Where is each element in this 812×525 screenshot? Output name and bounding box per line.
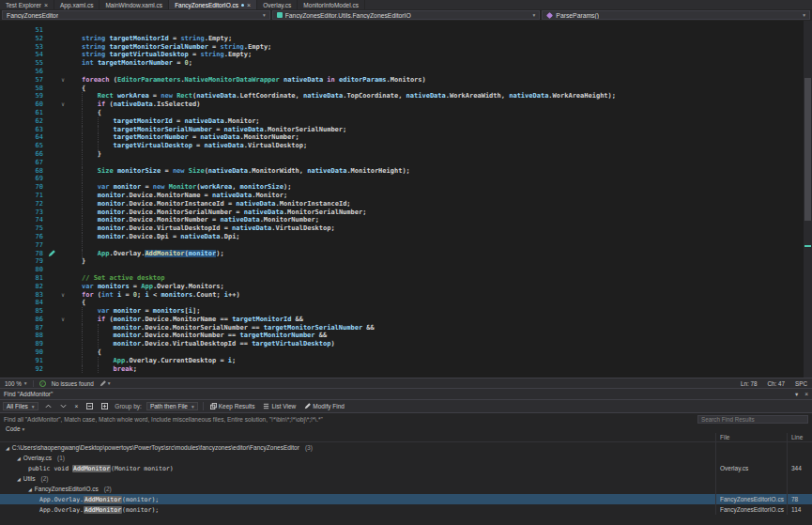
code-line[interactable]: 92break; xyxy=(0,365,812,374)
code-token: { xyxy=(82,85,85,92)
expand-triangle-icon[interactable]: ◢ xyxy=(17,476,21,482)
space-mode-indicator[interactable]: SPC xyxy=(795,380,807,387)
expand-triangle-icon[interactable]: ◢ xyxy=(28,486,32,492)
code-line[interactable]: 64targetMonitorNumber = nativeData.Monit… xyxy=(0,133,812,142)
tab-mainwindow-xaml-cs[interactable]: MainWindow.xaml.cs xyxy=(100,0,169,9)
code-token: .WorkAreaHeight); xyxy=(548,92,616,100)
scope-dropdown[interactable]: All Files ▾ xyxy=(3,402,38,410)
type-dropdown[interactable]: FancyZonesEditor.Utils.FancyZonesEditorI… xyxy=(272,10,541,20)
line-indicator[interactable]: Ln: 78 xyxy=(741,380,758,387)
code-line[interactable]: 59Rect workArea = new Rect(nativeData.Le… xyxy=(0,92,812,100)
member-dropdown[interactable]: ParseParams() ▾ xyxy=(542,10,810,20)
code-line[interactable]: 91App.Overlay.CurrentDesktop = i; xyxy=(0,357,812,365)
fold-chevron-icon[interactable]: ∨ xyxy=(57,291,69,300)
code-line[interactable]: 65targetVirtualDesktop = nativeData.Virt… xyxy=(0,142,812,150)
zoom-control[interactable]: 100 % ▾ xyxy=(5,380,27,387)
tab-fancyzoneseditorio-cs[interactable]: FancyZonesEditorIO.cs× xyxy=(169,0,257,9)
editor-vertical-scrollbar[interactable] xyxy=(804,21,812,378)
next-result-button[interactable] xyxy=(58,403,69,409)
code-line[interactable]: 57∨foreach (EditorParameters.NativeMonit… xyxy=(0,76,812,85)
group-by-dropdown[interactable]: Path then File ▾ xyxy=(146,402,198,410)
find-result-row[interactable]: public void AddMonitor(Monitor monitor)O… xyxy=(0,463,812,473)
code-line[interactable]: 79} xyxy=(0,257,812,266)
find-result-group-row[interactable]: ◢C:\Users\shaopengwang\Desktop\powertoys… xyxy=(0,442,812,453)
code-line[interactable]: 69 xyxy=(0,175,812,183)
code-line[interactable]: 70var monitor = new Monitor(workArea, mo… xyxy=(0,183,812,192)
expand-triangle-icon[interactable]: ◢ xyxy=(6,445,9,451)
collapse-all-button[interactable] xyxy=(84,403,95,409)
fold-column xyxy=(57,348,69,357)
file-column-header[interactable]: File xyxy=(715,433,787,441)
code-line[interactable]: 84{ xyxy=(0,299,812,307)
project-dropdown[interactable]: FancyZonesEditor ▾ xyxy=(2,10,270,20)
code-line[interactable]: 72monitor.Device.MonitorInstanceId = nat… xyxy=(0,200,812,208)
expand-triangle-icon[interactable]: ◢ xyxy=(17,456,21,461)
tab-app-xaml-cs[interactable]: App.xaml.cs xyxy=(54,0,100,9)
code-line[interactable]: 74monitor.Device.MonitorNumber = nativeD… xyxy=(0,216,812,224)
clear-results-button[interactable]: × xyxy=(73,403,81,409)
code-line[interactable]: 53string targetMonitorSerialNumber = str… xyxy=(0,43,812,52)
tab-overlay-cs[interactable]: Overlay.cs xyxy=(257,0,298,9)
code-line[interactable]: 60∨if (nativeData.IsSelected) xyxy=(0,100,812,109)
code-line[interactable]: 87monitor.Device.MonitorSerialNumber == … xyxy=(0,324,812,332)
code-line[interactable]: 66} xyxy=(0,150,812,159)
expand-all-button[interactable] xyxy=(100,403,110,409)
keep-results-button[interactable]: Keep Results xyxy=(208,403,257,409)
scrollbar-thumb[interactable] xyxy=(804,78,811,221)
line-column-header[interactable]: Line xyxy=(787,433,812,441)
code-line[interactable]: 78App.Overlay.AddMonitor(monitor); xyxy=(0,250,812,258)
fold-chevron-icon[interactable]: ∨ xyxy=(57,316,69,324)
code-text: string targetMonitorId = string.Empty; xyxy=(69,35,232,43)
health-check-icon[interactable]: ✓ xyxy=(39,380,46,387)
code-line[interactable]: 81// Set active desktop xyxy=(0,274,812,283)
find-result-row[interactable]: App.Overlay.AddMonitor(monitor);FancyZon… xyxy=(0,494,812,504)
code-line[interactable]: 58{ xyxy=(0,85,812,93)
code-line[interactable]: 90{ xyxy=(0,348,812,357)
code-line[interactable]: 89monitor.Device.VirtualDesktopId == tar… xyxy=(0,340,812,348)
code-cleanup-icon[interactable]: ▾ xyxy=(100,380,111,387)
fold-chevron-icon[interactable]: ∨ xyxy=(57,76,69,85)
code-line[interactable]: 82var monitors = App.Overlay.Monitors; xyxy=(0,283,812,291)
tab-monitorinfomodel-cs[interactable]: MonitorInfoModel.cs xyxy=(298,0,365,9)
tab-close-icon[interactable]: × xyxy=(44,2,48,8)
code-line[interactable]: 77 xyxy=(0,241,812,250)
code-line[interactable]: 67 xyxy=(0,159,812,167)
code-line[interactable]: 85var monitor = monitors[i]; xyxy=(0,307,812,316)
code-line[interactable]: 73monitor.Device.MonitorSerialNumber = n… xyxy=(0,208,812,217)
result-column-header[interactable] xyxy=(0,433,715,441)
code-line[interactable]: 76monitor.Device.Dpi = nativeData.Dpi; xyxy=(0,233,812,241)
code-line[interactable]: 61{ xyxy=(0,109,812,117)
code-line[interactable]: 80 xyxy=(0,266,812,274)
code-line[interactable]: 54string targetVirtualDesktop = string.E… xyxy=(0,51,812,59)
fold-column xyxy=(57,307,69,316)
code-line[interactable]: 88monitor.Device.MonitorNumber == target… xyxy=(0,332,812,340)
find-result-group-row[interactable]: ◢Overlay.cs(1) xyxy=(0,453,812,463)
tab-test-explorer[interactable]: Test Explorer× xyxy=(0,0,54,9)
code-filter-dropdown[interactable]: Code ▾ xyxy=(4,425,26,432)
code-line[interactable]: 68Size monitorSize = new Size(nativeData… xyxy=(0,167,812,176)
code-line[interactable]: 55int targetMonitorNumber = 0; xyxy=(0,59,812,68)
tab-close-icon[interactable]: × xyxy=(247,2,251,8)
find-result-row[interactable]: App.Overlay.AddMonitor(monitor);FancyZon… xyxy=(0,504,812,515)
code-line[interactable]: 83∨for (int i = 0; i < monitors.Count; i… xyxy=(0,291,812,300)
previous-result-button[interactable] xyxy=(43,403,54,409)
find-result-group-row[interactable]: ◢FancyZonesEditorIO.cs(2) xyxy=(0,484,812,494)
close-icon[interactable]: × xyxy=(804,391,808,397)
code-line[interactable]: 71monitor.Device.MonitorName = nativeDat… xyxy=(0,192,812,200)
column-indicator[interactable]: Ch: 47 xyxy=(767,380,785,387)
code-line[interactable]: 62targetMonitorId = nativeData.Monitor; xyxy=(0,117,812,126)
code-line[interactable]: 86∨if (monitor.Device.MonitorName == tar… xyxy=(0,316,812,324)
search-find-results-input[interactable] xyxy=(697,415,808,424)
code-line[interactable]: 75monitor.Device.VirtualDesktopId = nati… xyxy=(0,224,812,233)
fold-chevron-icon[interactable]: ∨ xyxy=(57,100,69,109)
modify-find-button[interactable]: Modify Find xyxy=(302,403,346,409)
code-line[interactable]: 52string targetMonitorId = string.Empty; xyxy=(0,35,812,43)
find-result-group-row[interactable]: ◢Utils(2) xyxy=(0,473,812,484)
list-view-button[interactable]: List View xyxy=(261,403,298,409)
code-line[interactable]: 51 xyxy=(0,26,812,35)
code-line[interactable]: 63targetMonitorSerialNumber = nativeData… xyxy=(0,126,812,134)
code-line[interactable]: 56 xyxy=(0,68,812,76)
window-position-icon[interactable]: ▾ xyxy=(795,391,798,398)
line-number: 91 xyxy=(0,357,45,365)
code-editor[interactable]: 5152string targetMonitorId = string.Empt… xyxy=(0,21,812,378)
